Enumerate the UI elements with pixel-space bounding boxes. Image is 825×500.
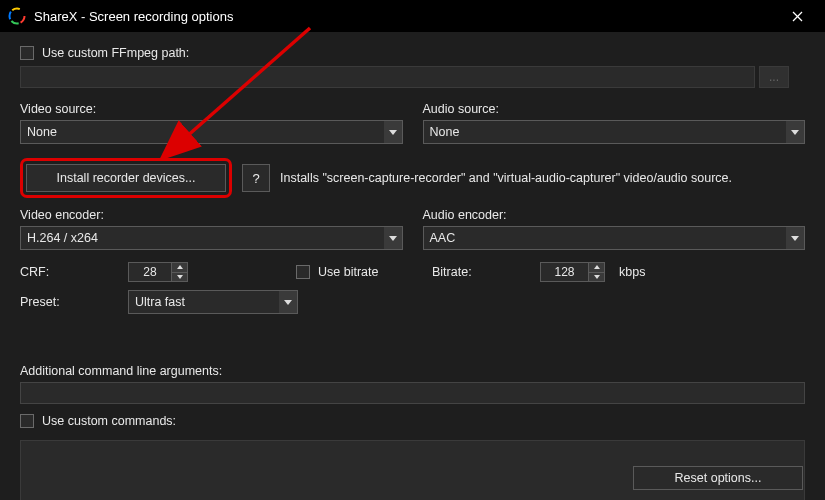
install-devices-button[interactable]: Install recorder devices... [26, 164, 226, 192]
custom-ffmpeg-row: Use custom FFmpeg path: [20, 46, 805, 60]
chevron-down-icon [384, 227, 402, 249]
bitrate-label: Bitrate: [432, 265, 492, 279]
params-row: CRF: 28 Use bitrate Bitrate: 128 [20, 262, 805, 282]
custom-ffmpeg-label: Use custom FFmpeg path: [42, 46, 189, 60]
video-source-label: Video source: [20, 102, 403, 116]
audio-source-label: Audio source: [423, 102, 806, 116]
close-button[interactable] [777, 0, 817, 32]
crf-label: CRF: [20, 265, 70, 279]
video-source-value: None [21, 125, 384, 139]
bitrate-unit: kbps [619, 265, 645, 279]
crf-down-button[interactable] [172, 273, 187, 282]
crf-spinner[interactable]: 28 [128, 262, 188, 282]
video-encoder-label: Video encoder: [20, 208, 403, 222]
install-description: Installs "screen-capture-recorder" and "… [280, 171, 732, 185]
audio-encoder-select[interactable]: AAC [423, 226, 806, 250]
reset-options-button[interactable]: Reset options... [633, 466, 803, 490]
args-input[interactable] [20, 382, 805, 404]
bitrate-spinner[interactable]: 128 [540, 262, 605, 282]
chevron-down-icon [786, 227, 804, 249]
chevron-down-icon [384, 121, 402, 143]
custom-ffmpeg-checkbox[interactable] [20, 46, 34, 60]
custom-cmd-checkbox[interactable] [20, 414, 34, 428]
install-row: Install recorder devices... ? Installs "… [20, 158, 805, 198]
use-bitrate-label: Use bitrate [318, 265, 378, 279]
bitrate-down-button[interactable] [589, 273, 604, 282]
video-source-select[interactable]: None [20, 120, 403, 144]
preset-label: Preset: [20, 295, 70, 309]
ffmpeg-path-row: ... [20, 66, 805, 88]
crf-up-button[interactable] [172, 263, 187, 273]
window-title: ShareX - Screen recording options [34, 9, 777, 24]
audio-encoder-value: AAC [424, 231, 787, 245]
chevron-down-icon [786, 121, 804, 143]
window: ShareX - Screen recording options Use cu… [0, 0, 825, 500]
custom-cmd-row: Use custom commands: [20, 414, 805, 428]
crf-value: 28 [129, 263, 171, 281]
video-encoder-select[interactable]: H.264 / x264 [20, 226, 403, 250]
chevron-down-icon [279, 291, 297, 313]
install-highlight: Install recorder devices... [20, 158, 232, 198]
preset-select[interactable]: Ultra fast [128, 290, 298, 314]
install-help-button[interactable]: ? [242, 164, 270, 192]
args-label: Additional command line arguments: [20, 364, 805, 378]
audio-source-value: None [424, 125, 787, 139]
ffmpeg-path-input[interactable] [20, 66, 755, 88]
audio-encoder-label: Audio encoder: [423, 208, 806, 222]
titlebar: ShareX - Screen recording options [0, 0, 825, 32]
source-row: Video source: None Audio source: None [20, 102, 805, 144]
sharex-logo-icon [8, 7, 26, 25]
ffmpeg-browse-button[interactable]: ... [759, 66, 789, 88]
content: Use custom FFmpeg path: ... Video source… [0, 32, 825, 500]
bitrate-up-button[interactable] [589, 263, 604, 273]
audio-source-select[interactable]: None [423, 120, 806, 144]
encoder-row: Video encoder: H.264 / x264 Audio encode… [20, 208, 805, 250]
video-encoder-value: H.264 / x264 [21, 231, 384, 245]
preset-row: Preset: Ultra fast [20, 290, 805, 314]
bitrate-value: 128 [541, 263, 588, 281]
preset-value: Ultra fast [129, 295, 279, 309]
use-bitrate-checkbox[interactable] [296, 265, 310, 279]
custom-cmd-label: Use custom commands: [42, 414, 176, 428]
